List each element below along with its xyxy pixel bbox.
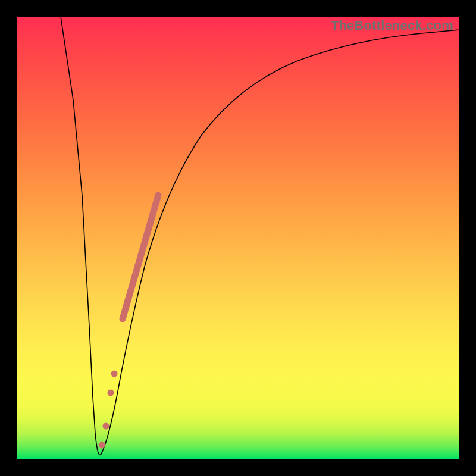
- marker-dot: [99, 442, 105, 449]
- marker-band: [123, 195, 158, 319]
- chart-frame: TheBottleneck.com: [0, 0, 476, 476]
- chart-plot-area: TheBottleneck.com: [17, 17, 459, 459]
- marker-dot: [103, 423, 109, 430]
- marker-dot: [111, 371, 118, 377]
- chart-svg: [17, 17, 459, 459]
- bottleneck-curve-line: [61, 17, 459, 455]
- marker-dot: [108, 390, 114, 396]
